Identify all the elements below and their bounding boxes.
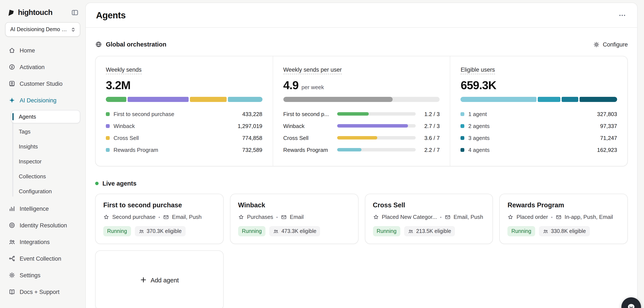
legend-swatch <box>106 136 110 140</box>
sidebar-item-label: AI Decisioning <box>20 97 56 103</box>
per-agent-row: Cross Sell3.6 / 7 <box>283 132 440 144</box>
bar-segment <box>190 97 226 102</box>
eligible-badge: 473.3K eligible <box>270 226 320 236</box>
sidebar-item-label: Docs + Support <box>20 289 60 295</box>
agent-card-first-to-second-purchase[interactable]: First to second purchase Second purchase… <box>95 194 224 244</box>
sidebar-item-docs-support[interactable]: Docs + Support <box>5 284 80 300</box>
agent-trigger: Second purchase <box>112 214 155 220</box>
eligible-badge: 370.3K eligible <box>135 226 186 236</box>
sidebar-subitem-collections[interactable]: Collections <box>11 170 80 183</box>
agent-name: First to second purchase <box>103 201 216 209</box>
collapse-sidebar-button[interactable] <box>70 8 80 17</box>
docs-icon <box>8 288 15 295</box>
sidebar-item-label: Integrations <box>20 239 50 245</box>
sidebar-item-customer-studio[interactable]: Customer Studio <box>5 76 80 91</box>
more-menu-button[interactable] <box>618 10 627 20</box>
page-header: Agents <box>86 3 637 28</box>
global-orchestration-header: Global orchestration Configure <box>95 37 628 52</box>
bar-segment <box>562 97 578 102</box>
hightouch-logo-icon <box>7 8 15 16</box>
sidebar-subitem-label: Inspector <box>19 158 42 165</box>
sidebar-item-settings[interactable]: Settings <box>5 268 80 283</box>
agent-meta: Placed order • In-app, Push, Email <box>508 214 620 220</box>
activation-icon <box>8 63 15 70</box>
sends-per-user-bar <box>283 97 440 102</box>
status-badge: Running <box>238 226 266 236</box>
legend-row: 4 agents162,923 <box>461 144 617 156</box>
intelligence-icon <box>8 205 15 212</box>
sidebar-subitem-agents[interactable]: Agents <box>11 110 80 123</box>
star-icon <box>238 214 244 220</box>
sidebar-item-identity-resolution[interactable]: Identity Resolution <box>5 218 80 233</box>
legend-row: Rewards Program732,589 <box>106 144 262 156</box>
sidebar-item-home[interactable]: Home <box>5 43 80 58</box>
agent-channels: In-app, Push, Email <box>564 214 613 220</box>
weekly-sends-legend: First to second purchase433,228 Winback1… <box>106 108 262 156</box>
agent-trigger: Placed New Categor... <box>382 214 437 220</box>
sidebar-subitem-label: Tags <box>19 128 30 135</box>
weekly-sends-title: Weekly sends <box>106 66 142 74</box>
sidebar-item-activation[interactable]: Activation <box>5 59 80 75</box>
sidebar-item-intelligence[interactable]: Intelligence <box>5 201 80 216</box>
agent-trigger: Purchases <box>247 214 273 220</box>
bar-segment <box>461 97 537 102</box>
agent-card-cross-sell[interactable]: Cross Sell Placed New Categor... • Email… <box>365 194 493 244</box>
panel-collapse-icon <box>71 9 78 16</box>
agent-name: Rewards Program <box>508 201 620 209</box>
people-icon <box>543 229 548 234</box>
customer-studio-icon <box>8 80 15 87</box>
logo-text: hightouch <box>18 8 52 17</box>
mail-icon <box>444 214 450 220</box>
status-badge: Running <box>508 226 535 236</box>
configure-button[interactable]: Configure <box>594 41 628 47</box>
row-bar <box>337 112 416 116</box>
configure-label: Configure <box>603 41 628 47</box>
sidebar-item-label: Intelligence <box>20 205 49 212</box>
agent-channels: Email <box>290 214 304 220</box>
sidebar-subitem-tags[interactable]: Tags <box>11 125 80 138</box>
ellipsis-icon <box>618 11 626 19</box>
sidebar-subitem-insights[interactable]: Insights <box>11 140 80 153</box>
sidebar-item-label: Home <box>20 47 35 53</box>
chevron-updown-icon <box>70 27 76 32</box>
legend-swatch <box>106 124 110 128</box>
star-icon <box>508 214 514 220</box>
sidebar-item-ai-decisioning[interactable]: AI Decisioning <box>5 93 80 108</box>
sidebar-item-event-collection[interactable]: Event Collection <box>5 251 80 266</box>
add-agent-button[interactable]: Add agent <box>95 250 224 308</box>
mail-icon <box>163 214 169 220</box>
agent-channels: Email, Push <box>454 214 483 220</box>
eligible-users-title: Eligible users <box>461 66 495 74</box>
live-status-dot <box>95 182 98 185</box>
star-icon <box>373 214 379 220</box>
workspace-selector[interactable]: AI Decisioning Demo - ... <box>5 22 80 37</box>
eligible-badge: 213.5K eligible <box>404 226 455 236</box>
legend-swatch <box>106 148 110 152</box>
agent-card-winback[interactable]: Winback Purchases • Email Running 473.3K… <box>230 194 358 244</box>
per-agent-row: First to second p...1.2 / 3 <box>283 108 440 120</box>
eligible-count: 330.8K eligible <box>551 228 586 234</box>
bar-fill <box>283 97 393 102</box>
agent-card-rewards-program[interactable]: Rewards Program Placed order • In-app, P… <box>500 194 628 244</box>
legend-row: First to second purchase433,228 <box>106 108 262 120</box>
gear-icon <box>8 272 15 279</box>
sidebar-subitem-configuration[interactable]: Configuration <box>11 185 80 198</box>
bar-segment <box>538 97 560 102</box>
eligible-count: 473.3K eligible <box>282 228 316 234</box>
page-content: Global orchestration Configure Weekly se… <box>86 28 637 308</box>
sidebar-nav: Home Activation Customer Studio AI Decis… <box>0 37 85 300</box>
mail-icon <box>281 214 287 220</box>
ai-decisioning-subnav: Agents Tags Insights Inspector Collectio… <box>11 110 80 198</box>
status-badge: Running <box>373 226 400 236</box>
per-agent-row: Rewards Program2.2 / 7 <box>283 144 440 156</box>
meta-separator: • <box>276 214 278 220</box>
star-icon <box>103 214 109 220</box>
sends-per-user-value: 4.9 per week <box>283 80 440 91</box>
sidebar-subitem-inspector[interactable]: Inspector <box>11 155 80 168</box>
legend-swatch <box>461 136 464 140</box>
meta-separator: • <box>440 214 442 220</box>
people-icon <box>273 229 279 234</box>
row-bar <box>337 148 416 151</box>
sidebar-item-integrations[interactable]: Integrations <box>5 234 80 250</box>
eligible-users-value: 659.3K <box>461 80 617 91</box>
